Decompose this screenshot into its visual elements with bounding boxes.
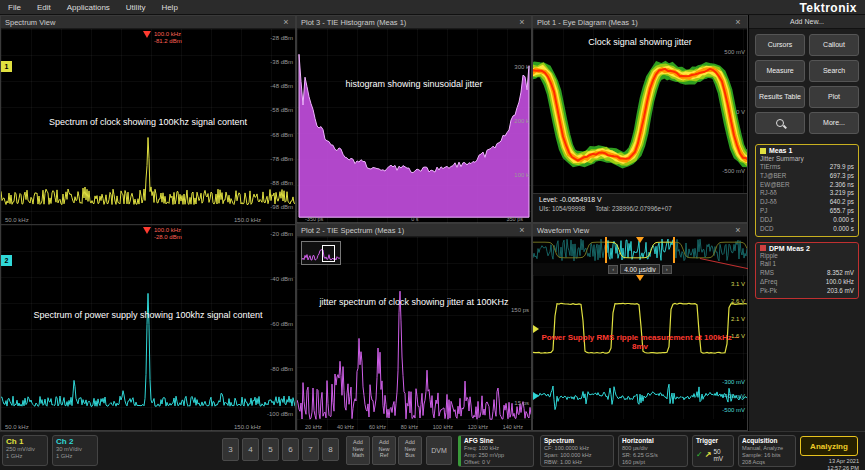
zoom-tool-button[interactable] — [755, 112, 805, 134]
measurement-row: PJ655.7 ps — [760, 207, 854, 216]
close-icon[interactable]: × — [281, 17, 291, 27]
ch2-reference-icon[interactable] — [533, 392, 539, 400]
tie-spectrum-trace — [297, 237, 531, 431]
more-button[interactable]: More... — [809, 112, 859, 134]
peak-marker[interactable]: 100.0 kHz -28.0 dBm — [143, 227, 182, 241]
time-label: 12:57:26 PM — [827, 465, 859, 470]
analyzing-status-button[interactable]: Analyzing — [800, 436, 858, 456]
x-axis-label: 140 kHz — [503, 424, 523, 430]
close-icon[interactable]: × — [733, 17, 743, 27]
badge-line: Sample: 16 bits — [742, 452, 792, 459]
add-new-buttons: Add New Math Add New Ref Add New Bus — [346, 436, 422, 465]
trigger-position-icon[interactable] — [636, 237, 644, 243]
menu-item[interactable]: Applications — [67, 3, 110, 12]
measurement-row: TJ@BER697.3 ps — [760, 172, 854, 181]
menu-item[interactable]: File — [8, 3, 21, 12]
meas1-color-icon — [760, 148, 766, 154]
histogram-trace — [297, 29, 531, 223]
x-axis-start: 50.0 kHz — [5, 217, 29, 223]
badge-line: Offset: 0 V — [464, 459, 530, 466]
tie-spectrum-header[interactable]: Plot 2 - TIE Spectrum (Meas 1) × — [297, 224, 531, 237]
callout-button[interactable]: Callout — [809, 34, 859, 56]
x-axis-end: 150.0 kHz — [234, 424, 261, 430]
badge-line: 208 Acqs — [742, 459, 792, 466]
zoom-prev-button[interactable]: ‹ — [608, 265, 618, 274]
channel-button[interactable]: 6 — [282, 438, 299, 461]
peak-marker[interactable]: 100.0 kHz -81.2 dBm — [143, 31, 182, 45]
x-axis-labels: -350 ps0 s350 ps — [305, 216, 523, 222]
acquisition-badge[interactable]: Acquisition Manual, AnalyzeSample: 16 bi… — [738, 435, 796, 467]
x-axis-labels: 20 kHz40 kHz60 kHz80 kHz100 kHz120 kHz14… — [305, 424, 523, 430]
channel1-badge[interactable]: Ch 1 250 mV/div 1 GHz — [2, 435, 48, 466]
spectrum-view-header[interactable]: Spectrum View × — [1, 16, 295, 29]
ch2-tab[interactable]: 2 — [1, 255, 12, 266]
tie-spectrum-plot[interactable]: jitter spectrum of clock showing jitter … — [297, 237, 531, 431]
channel-button[interactable]: 4 — [242, 438, 259, 461]
close-icon[interactable]: × — [517, 17, 527, 27]
histogram-plot[interactable]: histogram showing sinusoidal jitter 300 … — [297, 29, 531, 223]
waveform-plot[interactable]: Power Supply RMS ripple measurement at 1… — [533, 275, 747, 419]
x-axis-start: 50.0 kHz — [5, 424, 29, 430]
menu-item[interactable]: Help — [161, 3, 177, 12]
panel-title: Plot 3 - TIE Histogram (Meas 1) — [301, 18, 406, 27]
channel-button[interactable]: 5 — [262, 438, 279, 461]
meas1-badge[interactable]: Meas 1 Jitter Summary TIErms279.9 psTJ@B… — [755, 144, 859, 237]
spectrum-title: Spectrum — [544, 437, 610, 445]
x-axis-label: -350 ps — [305, 216, 323, 222]
channel-button[interactable]: 7 — [302, 438, 319, 461]
marker-triangle-icon — [143, 31, 151, 38]
cursors-button[interactable]: Cursors — [755, 34, 805, 56]
measure-button[interactable]: Measure — [755, 60, 805, 82]
channel1-bandwidth: 1 GHz — [6, 453, 44, 460]
menu-item[interactable]: Utility — [126, 3, 146, 12]
channel2-badge[interactable]: Ch 2 30 mV/div 1 GHz — [52, 435, 98, 466]
channel-buttons: 345678 — [222, 438, 339, 461]
afg-badge[interactable]: AFG Sine Freq: 100 kHzAmp: 250 mVppOffse… — [458, 435, 534, 467]
channel-button[interactable]: 8 — [322, 438, 339, 461]
close-icon[interactable]: × — [517, 225, 527, 235]
dvm-button[interactable]: DVM — [426, 436, 452, 465]
spectrum-badge[interactable]: Spectrum CF: 100.0000 kHzSpan: 100.000 k… — [540, 435, 614, 467]
marker-label: 100.0 kHz -28.0 dBm — [154, 227, 182, 241]
ch1-tab[interactable]: 1 — [1, 61, 12, 72]
close-icon[interactable]: × — [733, 225, 743, 235]
thumbnail-selection-box[interactable] — [322, 245, 335, 262]
search-button[interactable]: Search — [809, 60, 859, 82]
add-bus-button[interactable]: Add New Bus — [398, 436, 422, 465]
waveform-header[interactable]: Waveform View × — [533, 224, 747, 237]
datetime: 13 Apr 2021 12:57:26 PM — [827, 458, 859, 470]
eye-header[interactable]: Plot 1 - Eye Diagram (Meas 1) × — [533, 16, 747, 29]
level-label: Level: — [539, 196, 558, 203]
results-table-button[interactable]: Results Table — [755, 86, 805, 108]
plot-button[interactable]: Plot — [809, 86, 859, 108]
overview-thumbnail[interactable] — [301, 241, 341, 265]
add-ref-button[interactable]: Add New Ref — [372, 436, 396, 465]
zoom-handle-left[interactable] — [605, 237, 607, 263]
dpm-meas2-badge[interactable]: DPM Meas 2 RippleRail 1RMS8.352 mVΔFreq1… — [755, 242, 859, 299]
trigger-title: Trigger — [696, 437, 730, 445]
add-math-button[interactable]: Add New Math — [346, 436, 370, 465]
channel1-label: Ch 1 — [6, 437, 44, 446]
channel-button[interactable]: 3 — [222, 438, 239, 461]
bottom-bar: Ch 1 250 mV/div 1 GHz Ch 2 30 mV/div 1 G… — [0, 431, 865, 470]
trigger-badge[interactable]: Trigger ✓ ↗ 50 mV — [692, 435, 734, 467]
acquisition-overview-strip[interactable] — [533, 237, 747, 263]
ch1-reference-icon[interactable] — [533, 325, 539, 333]
channel1-scale: 250 mV/div — [6, 446, 44, 453]
histogram-header[interactable]: Plot 3 - TIE Histogram (Meas 1) × — [297, 16, 531, 29]
badge-line: Manual, Analyze — [742, 445, 792, 452]
trigger-level: 50 mV — [713, 448, 730, 462]
zoom-handle-right[interactable] — [673, 237, 675, 263]
menu-item[interactable]: Edit — [37, 3, 51, 12]
zoom-scale-readout[interactable]: 4.00 µs/div — [620, 264, 660, 274]
ch2-spectrum-plot[interactable]: 2 100.0 kHz -28.0 dBm Spectrum of power … — [1, 224, 295, 431]
zoom-next-button[interactable]: › — [662, 265, 672, 274]
horizontal-badge[interactable]: Horizontal 800 µs/divSR: 6.25 GS/s160 ps… — [618, 435, 688, 467]
eye-plot[interactable]: Clock signal showing jitter 500 mV0 V-50… — [533, 29, 747, 194]
zoom-readout-row: ‹ 4.00 µs/div › — [533, 263, 747, 275]
badge-line: CF: 100.0000 kHz — [544, 445, 610, 452]
dpm-title: DPM Meas 2 — [769, 245, 810, 252]
ch1-spectrum-plot[interactable]: 1 100.0 kHz -81.2 dBm Spectrum of clock … — [1, 29, 295, 224]
x-axis-label: 20 kHz — [305, 424, 322, 430]
trigger-position-icon[interactable] — [636, 275, 644, 281]
